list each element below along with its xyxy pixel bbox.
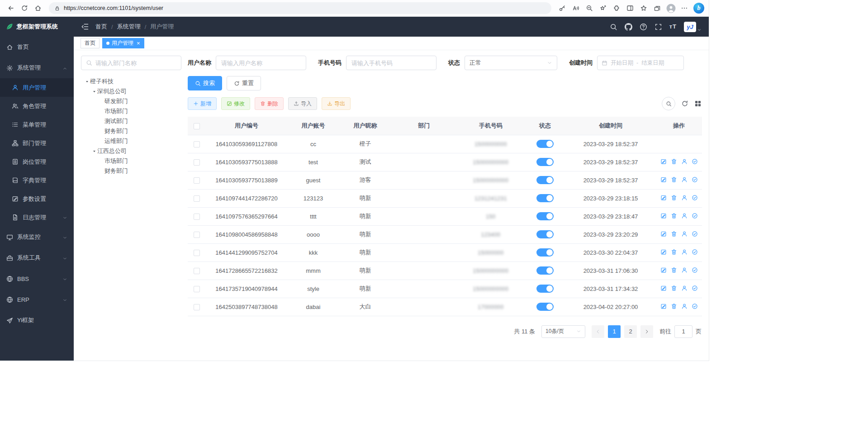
sidebar-item-user[interactable]: 用户管理 bbox=[0, 78, 74, 97]
browser-home-icon[interactable] bbox=[32, 2, 44, 14]
tree-node[interactable]: 深圳总公司 bbox=[81, 86, 181, 96]
next-page-button[interactable] bbox=[640, 325, 653, 338]
add-button[interactable]: 新增 bbox=[188, 97, 217, 110]
tree-node[interactable]: 财务部门 bbox=[81, 166, 181, 176]
back-icon[interactable] bbox=[5, 2, 17, 14]
delete-user-button[interactable] bbox=[671, 267, 677, 273]
tree-node[interactable]: 测试部门 bbox=[81, 116, 181, 126]
favorites-icon[interactable] bbox=[637, 2, 650, 14]
assign-role-button[interactable] bbox=[692, 285, 698, 291]
row-checkbox[interactable] bbox=[194, 177, 200, 184]
row-checkbox[interactable] bbox=[194, 159, 200, 166]
sidebar-collapse-icon[interactable] bbox=[81, 23, 89, 31]
delete-user-button[interactable] bbox=[671, 249, 677, 255]
delete-user-button[interactable] bbox=[671, 158, 677, 165]
reset-password-button[interactable] bbox=[681, 303, 688, 309]
sidebar-item-role[interactable]: 角色管理 bbox=[0, 97, 74, 115]
tree-node[interactable]: 市场部门 bbox=[81, 106, 181, 116]
sidebar-item-system[interactable]: 系统管理 bbox=[0, 57, 74, 78]
sidebar-item-yiframe[interactable]: Yi框架 bbox=[0, 310, 74, 331]
edit-user-button[interactable] bbox=[660, 158, 667, 165]
sidebar-item-dict[interactable]: 字典管理 bbox=[0, 171, 74, 190]
delete-button[interactable]: 删除 bbox=[255, 97, 284, 110]
status-toggle[interactable] bbox=[536, 303, 554, 311]
edit-user-button[interactable] bbox=[660, 303, 667, 309]
reset-password-button[interactable] bbox=[681, 249, 688, 255]
fullscreen-icon[interactable] bbox=[655, 23, 662, 31]
tree-node[interactable]: 橙子科技 bbox=[81, 76, 181, 86]
github-icon[interactable] bbox=[625, 23, 632, 31]
edit-user-button[interactable] bbox=[660, 231, 667, 237]
date-range-picker[interactable]: 开始日期 - 结束日期 bbox=[597, 56, 684, 70]
breadcrumb-item[interactable]: 系统管理 bbox=[117, 23, 141, 31]
reset-password-button[interactable] bbox=[681, 195, 688, 201]
header-search-icon[interactable] bbox=[610, 23, 617, 31]
reset-password-button[interactable] bbox=[681, 158, 688, 165]
font-size-icon[interactable]: тT bbox=[669, 23, 677, 31]
browser-profile-avatar[interactable] bbox=[664, 2, 677, 14]
username-input[interactable] bbox=[216, 56, 306, 70]
collections-icon[interactable] bbox=[651, 2, 664, 14]
assign-role-button[interactable] bbox=[692, 176, 698, 183]
user-menu[interactable]: yJ bbox=[684, 22, 702, 32]
assign-role-button[interactable] bbox=[692, 303, 698, 309]
reset-password-button[interactable] bbox=[681, 176, 688, 183]
split-screen-icon[interactable] bbox=[624, 2, 636, 14]
status-toggle[interactable] bbox=[536, 212, 554, 220]
row-checkbox[interactable] bbox=[194, 286, 200, 292]
status-select[interactable]: 正常 bbox=[465, 56, 557, 70]
modify-button[interactable]: 修改 bbox=[221, 97, 250, 110]
goto-page-input[interactable] bbox=[674, 325, 693, 338]
sidebar-item-menu[interactable]: 菜单管理 bbox=[0, 115, 74, 134]
edit-user-button[interactable] bbox=[660, 195, 667, 201]
delete-user-button[interactable] bbox=[671, 176, 677, 183]
assign-role-button[interactable] bbox=[692, 231, 698, 237]
address-bar[interactable]: https://ccnetcore.com:1101/system/user bbox=[49, 2, 551, 14]
caret-down-icon[interactable] bbox=[91, 148, 97, 154]
edit-user-button[interactable] bbox=[660, 285, 667, 291]
reset-password-button[interactable] bbox=[681, 213, 688, 219]
tree-node[interactable]: 江西总公司 bbox=[81, 146, 181, 156]
app-logo[interactable]: 意框架管理系统 bbox=[0, 17, 74, 37]
assign-role-button[interactable] bbox=[692, 249, 698, 255]
tree-node[interactable]: 财务部门 bbox=[81, 126, 181, 136]
page-button-2[interactable]: 2 bbox=[624, 325, 637, 338]
status-toggle[interactable] bbox=[536, 285, 554, 293]
row-checkbox[interactable] bbox=[194, 250, 200, 256]
tab-close-icon[interactable]: × bbox=[137, 40, 140, 46]
sidebar-item-bbs[interactable]: BBS bbox=[0, 268, 74, 289]
page-button-1[interactable]: 1 bbox=[608, 325, 621, 338]
delete-user-button[interactable] bbox=[671, 213, 677, 219]
row-checkbox[interactable] bbox=[194, 304, 200, 310]
import-button[interactable]: 导入 bbox=[288, 97, 317, 110]
edit-user-button[interactable] bbox=[660, 267, 667, 273]
search-button[interactable]: 搜索 bbox=[188, 76, 222, 90]
select-all-checkbox[interactable] bbox=[194, 123, 200, 129]
table-refresh-button[interactable] bbox=[681, 100, 688, 107]
extensions-icon[interactable] bbox=[610, 2, 623, 14]
sidebar-item-param[interactable]: 参数设置 bbox=[0, 190, 74, 208]
sidebar-item-tools[interactable]: 系统工具 bbox=[0, 247, 74, 268]
tree-node[interactable]: 研发部门 bbox=[81, 96, 181, 106]
more-icon[interactable] bbox=[678, 2, 691, 14]
read-aloud-icon[interactable] bbox=[569, 2, 582, 14]
edit-user-button[interactable] bbox=[660, 176, 667, 183]
row-checkbox[interactable] bbox=[194, 195, 200, 202]
caret-down-icon[interactable] bbox=[91, 88, 97, 95]
column-settings-button[interactable] bbox=[694, 100, 702, 107]
status-toggle[interactable] bbox=[536, 158, 554, 166]
tree-node[interactable]: 运维部门 bbox=[81, 136, 181, 146]
page-size-select[interactable]: 10条/页 bbox=[541, 325, 585, 338]
edit-user-button[interactable] bbox=[660, 249, 667, 255]
sidebar-item-post[interactable]: 岗位管理 bbox=[0, 152, 74, 171]
assign-role-button[interactable] bbox=[692, 158, 698, 165]
row-checkbox[interactable] bbox=[194, 268, 200, 274]
tab-user[interactable]: 用户管理× bbox=[102, 38, 144, 48]
prev-page-button[interactable] bbox=[592, 325, 604, 338]
sidebar-item-erp[interactable]: ERP bbox=[0, 289, 74, 310]
status-toggle[interactable] bbox=[536, 194, 554, 202]
phone-input[interactable] bbox=[346, 56, 436, 70]
row-checkbox[interactable] bbox=[194, 141, 200, 147]
password-icon[interactable] bbox=[556, 2, 569, 14]
delete-user-button[interactable] bbox=[671, 285, 677, 291]
